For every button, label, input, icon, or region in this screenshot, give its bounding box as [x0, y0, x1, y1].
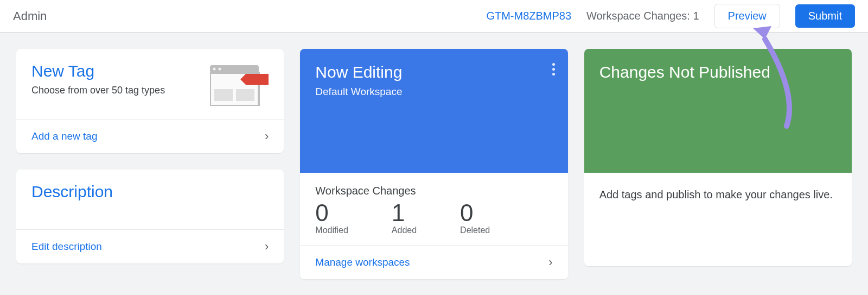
chevron-right-icon: › [265, 240, 269, 254]
page-title: Admin [13, 9, 47, 23]
publish-card: Changes Not Published Add tags and publi… [584, 49, 852, 266]
modified-count: 0 [315, 199, 348, 227]
dashboard: New Tag Choose from over 50 tag types Ad… [0, 33, 868, 295]
tag-icon [210, 65, 269, 106]
svg-point-2 [219, 68, 221, 71]
svg-rect-6 [236, 89, 254, 101]
workspace-changes-label: Workspace Changes [315, 185, 552, 197]
container-id-link[interactable]: GTM-M8ZBMP83 [486, 10, 571, 22]
workspace-changes-count: Workspace Changes: 1 [586, 10, 699, 22]
now-editing-card: Now Editing Default Workspace Workspace … [300, 49, 567, 279]
manage-workspaces-label: Manage workspaces [315, 256, 410, 268]
added-label: Added [392, 225, 417, 235]
chevron-right-icon: › [265, 129, 269, 143]
submit-button[interactable]: Submit [795, 4, 855, 28]
edit-description-action[interactable]: Edit description › [16, 229, 284, 263]
header-actions: GTM-M8ZBMP83 Workspace Changes: 1 Previe… [486, 4, 855, 28]
stat-added: 1 Added [392, 199, 417, 235]
now-editing-header: Now Editing Default Workspace [300, 49, 567, 173]
workspace-changes-body: Workspace Changes 0 Modified 1 Added 0 D… [300, 173, 567, 245]
publish-body: Add tags and publish to make your change… [584, 173, 852, 266]
modified-label: Modified [315, 225, 348, 235]
publish-title: Changes Not Published [599, 63, 837, 81]
top-header: Admin GTM-M8ZBMP83 Workspace Changes: 1 … [0, 0, 868, 33]
new-tag-subtitle: Choose from over 50 tag types [31, 84, 199, 97]
svg-rect-0 [210, 65, 259, 73]
left-column: New Tag Choose from over 50 tag types Ad… [16, 49, 284, 279]
description-card: Description Edit description › [16, 170, 284, 263]
svg-rect-5 [214, 89, 233, 101]
svg-point-1 [213, 68, 216, 71]
stat-deleted: 0 Deleted [460, 199, 490, 235]
add-new-tag-label: Add a new tag [31, 130, 97, 142]
added-count: 1 [392, 199, 417, 227]
chevron-right-icon: › [548, 255, 552, 269]
manage-workspaces-action[interactable]: Manage workspaces › [300, 245, 567, 279]
preview-button[interactable]: Preview [714, 4, 780, 28]
right-column: Changes Not Published Add tags and publi… [584, 49, 852, 279]
stat-modified: 0 Modified [315, 199, 348, 235]
add-new-tag-action[interactable]: Add a new tag › [16, 119, 284, 153]
middle-column: Now Editing Default Workspace Workspace … [300, 49, 567, 279]
new-tag-card: New Tag Choose from over 50 tag types Ad… [16, 49, 284, 153]
deleted-label: Deleted [460, 225, 490, 235]
deleted-count: 0 [460, 199, 490, 227]
now-editing-title: Now Editing [315, 63, 552, 81]
publish-header: Changes Not Published [584, 49, 852, 173]
description-title: Description [31, 183, 269, 201]
more-options-icon[interactable] [552, 63, 555, 76]
edit-description-label: Edit description [31, 241, 102, 253]
new-tag-title: New Tag [31, 62, 199, 80]
workspace-name: Default Workspace [315, 86, 552, 98]
